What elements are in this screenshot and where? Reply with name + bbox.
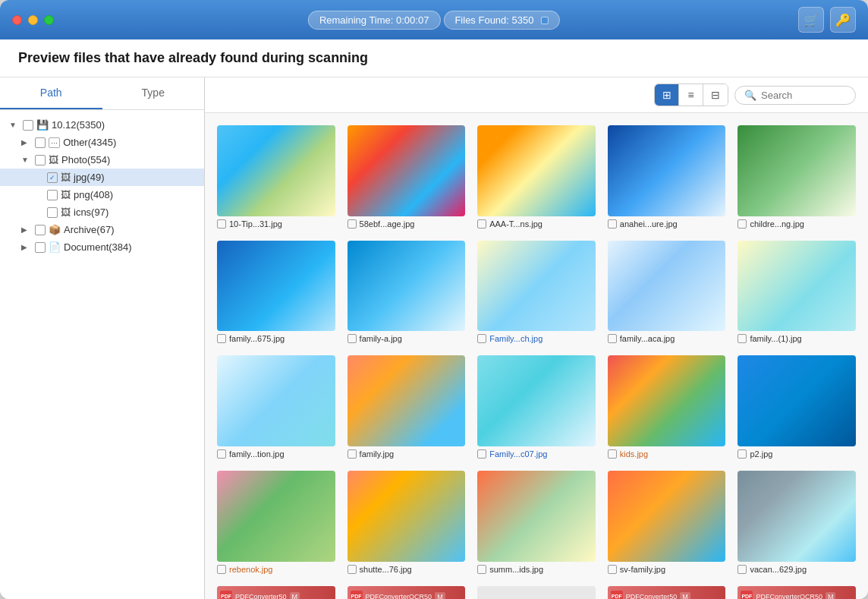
checkbox-photo[interactable] <box>35 155 46 166</box>
photo-item[interactable]: sv-family.jpg <box>608 471 726 574</box>
photo-item-pdf[interactable]: PDF PDFConverter50 M <box>608 586 726 599</box>
photo-name: Family...c07.jpg <box>489 449 547 459</box>
photo-checkbox[interactable] <box>737 334 747 343</box>
close-button[interactable] <box>12 15 22 25</box>
stop-button[interactable] <box>541 17 549 24</box>
tab-path[interactable]: Path <box>0 77 102 109</box>
tree-item-document[interactable]: ▶ 📄 Document(384) <box>0 238 204 256</box>
view-split-button[interactable]: ⊟ <box>703 84 728 106</box>
photo-item[interactable]: 58ebf...age.jpg <box>348 125 466 229</box>
photo-checkbox[interactable] <box>608 219 617 229</box>
photo-item[interactable]: family...(1).jpg <box>737 241 856 344</box>
photo-checkbox[interactable] <box>737 565 747 574</box>
photo-checkbox[interactable] <box>477 334 486 343</box>
tree-item-other[interactable]: ▶ ··· Other(4345) <box>0 134 204 151</box>
toggle-document[interactable]: ▶ <box>21 243 32 251</box>
photo-item[interactable]: family.jpg <box>348 355 466 459</box>
photo-checkbox[interactable] <box>608 449 617 459</box>
photo-checkbox[interactable] <box>217 334 226 343</box>
photo-name: 58ebf...age.jpg <box>360 219 415 229</box>
photo-item[interactable]: family...675.jpg <box>217 241 335 344</box>
tree-item-jpg[interactable]: ✓ 🖼 jpg(49) <box>0 169 204 186</box>
photo-name: anahei...ure.jpg <box>620 219 678 229</box>
photo-thumb <box>737 125 856 216</box>
other-icon: ··· <box>49 137 60 148</box>
tree-item-icns[interactable]: 🖼 icns(97) <box>0 203 204 221</box>
minimize-button[interactable] <box>28 15 38 25</box>
key-button[interactable]: 🔑 <box>830 7 856 33</box>
photo-item-pdf[interactable]: PDF PDFConverter50 M <box>217 586 335 599</box>
photo-item[interactable]: p2.jpg <box>737 355 856 459</box>
label-photo: Photo(554) <box>61 154 198 166</box>
photo-item[interactable]: Family...ch.jpg <box>477 241 596 344</box>
photo-thumb <box>608 471 726 562</box>
checkbox-archive[interactable] <box>35 225 46 235</box>
files-found-pill: Files Found: 5350 <box>443 11 560 30</box>
photo-label: p2.jpg <box>737 449 856 459</box>
checkbox-icns[interactable] <box>47 207 58 218</box>
checkbox-document[interactable] <box>35 242 46 253</box>
photo-checkbox[interactable] <box>348 219 357 229</box>
photo-checkbox[interactable] <box>477 565 486 574</box>
photo-label: kids.jpg <box>608 449 726 459</box>
label-archive: Archive(67) <box>64 224 198 235</box>
toggle-photo[interactable]: ▼ <box>21 156 32 164</box>
search-input[interactable] <box>761 90 844 101</box>
photo-thumb <box>477 355 596 446</box>
photo-checkbox[interactable] <box>477 449 486 459</box>
photo-checkbox[interactable] <box>737 219 747 229</box>
photo-thumb <box>477 471 596 562</box>
photo-item[interactable]: Family...c07.jpg <box>477 355 596 459</box>
maximize-button[interactable] <box>44 15 54 25</box>
photo-item[interactable]: rebenok.jpg <box>217 471 335 574</box>
checkbox-root[interactable] <box>23 120 33 131</box>
cart-button[interactable]: 🛒 <box>798 7 824 33</box>
photo-label: family.jpg <box>348 449 466 459</box>
photo-checkbox[interactable] <box>348 449 357 459</box>
photo-item[interactable]: family...aca.jpg <box>608 241 726 344</box>
document-icon: 📄 <box>49 241 61 253</box>
photo-item[interactable]: 10-Tip...31.jpg <box>217 125 335 229</box>
photo-item[interactable]: vacan...629.jpg <box>737 471 856 574</box>
photo-item[interactable]: family...tion.jpg <box>217 355 335 459</box>
photo-item[interactable]: shutte...76.jpg <box>348 471 466 574</box>
pdf-icon: PDF <box>220 591 232 599</box>
tree-item-root[interactable]: ▼ 💾 10.12(5350) <box>0 116 204 134</box>
photo-checkbox[interactable] <box>217 565 226 574</box>
photo-item[interactable]: anahei...ure.jpg <box>608 125 726 229</box>
photo-item[interactable]: AAA-T...ns.jpg <box>477 125 596 229</box>
photo-item-pdf[interactable]: PDF PDFConverterOCR50 M <box>737 586 856 599</box>
tree-item-photo[interactable]: ▼ 🖼 Photo(554) <box>0 151 204 169</box>
photo-label: 58ebf...age.jpg <box>348 219 466 229</box>
tree-item-png[interactable]: 🖼 png(408) <box>0 186 204 203</box>
photo-checkbox[interactable] <box>217 449 226 459</box>
photo-item[interactable]: summ...ids.jpg <box>477 471 596 574</box>
photo-folder-icon: 🖼 <box>49 154 58 166</box>
photo-item[interactable]: childre...ng.jpg <box>737 125 856 229</box>
tab-type[interactable]: Type <box>102 77 205 109</box>
toggle-other[interactable]: ▶ <box>21 138 32 147</box>
view-list-button[interactable]: ≡ <box>679 84 703 106</box>
photo-thumb <box>217 471 335 562</box>
checkbox-other[interactable] <box>35 137 46 148</box>
photo-item[interactable]: family-a.jpg <box>348 241 466 344</box>
search-box[interactable]: 🔍 <box>734 86 856 105</box>
photo-name: family.jpg <box>360 449 395 459</box>
photo-checkbox[interactable] <box>608 565 617 574</box>
photo-thumb <box>348 471 466 562</box>
photo-item[interactable]: kids.jpg <box>608 355 726 459</box>
photo-item-pdf[interactable]: PDF PDFConverterOCR50 M <box>348 586 466 599</box>
toggle-archive[interactable]: ▶ <box>21 225 32 234</box>
photo-checkbox[interactable] <box>348 334 357 343</box>
photo-checkbox[interactable] <box>608 334 617 343</box>
remaining-time-label: Remaining Time: 0:00:07 <box>319 14 429 26</box>
toggle-root[interactable]: ▼ <box>9 121 20 129</box>
tree-item-archive[interactable]: ▶ 📦 Archive(67) <box>0 221 204 238</box>
photo-checkbox[interactable] <box>217 219 226 229</box>
checkbox-jpg[interactable]: ✓ <box>47 172 58 183</box>
view-grid-button[interactable]: ⊞ <box>655 84 679 106</box>
photo-checkbox[interactable] <box>477 219 486 229</box>
photo-checkbox[interactable] <box>737 449 747 459</box>
photo-checkbox[interactable] <box>348 565 357 574</box>
checkbox-png[interactable] <box>47 190 58 200</box>
